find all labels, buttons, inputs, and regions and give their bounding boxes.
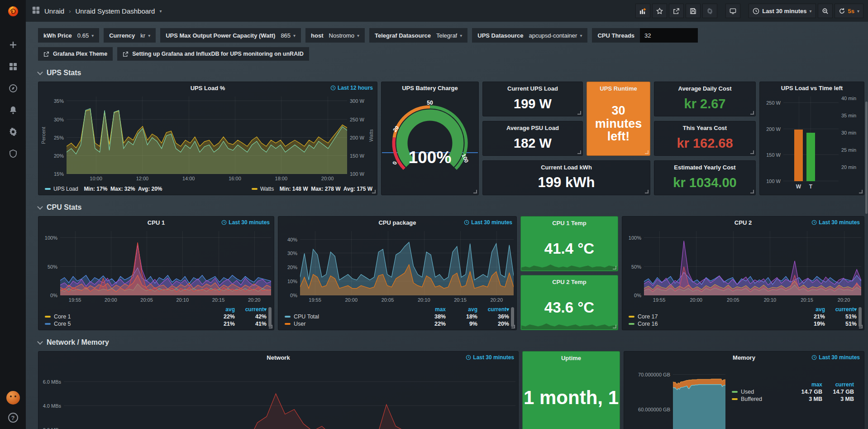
dashboard-link[interactable]: Setting up Grafana and InfluxDB for UPS … [117,47,309,61]
legend-column-header[interactable]: max [791,381,822,388]
share-button[interactable] [669,4,684,18]
section-network-memory[interactable]: Network / Memory [38,338,864,347]
legend-color-marker [45,188,51,190]
panel-cpu1-temp[interactable]: CPU 1 Temp41.4 °C [520,216,618,271]
variable-input[interactable]: 32 [640,28,698,43]
zoom-out-button[interactable] [818,4,833,18]
legend-column-header[interactable]: current [822,381,854,388]
panel-uptime[interactable]: Uptime1 month, 1 [522,351,620,429]
variable-value[interactable]: Nostromo▾ [329,32,359,39]
x-axis-tick-label: 20:20 [490,297,503,303]
legend-column-header[interactable]: avg [793,306,825,313]
panel-title[interactable]: UPS Load % [191,85,225,92]
dashboards-icon[interactable] [8,62,18,72]
variable-ups-max-output-power-capacity-watt-[interactable]: UPS Max Output Power Capacity (Watt)865▾ [160,28,301,43]
panel-ups-battery-gauge[interactable]: UPS Battery Charge 02050100 100% [381,82,479,195]
legend-column-header[interactable]: current▾ [825,306,857,313]
stat-panel-average-daily-cost[interactable]: Average Daily Costkr 2.67 [654,82,756,116]
panel-network[interactable]: NetworkLast 30 minutes6.0 MBs4.0 MBs2.0 … [38,351,519,429]
user-avatar[interactable] [6,391,20,405]
page-title[interactable]: Unraid System Dashboard [76,7,155,15]
panel-title[interactable]: Memory [733,354,755,361]
dashboard-link[interactable]: Grafana Plex Theme [38,47,113,61]
legend-series-name[interactable]: Core 5 [45,321,203,327]
breadcrumb-folder[interactable]: Unraid [44,7,64,15]
legend-column-header[interactable]: current▾ [477,306,509,313]
x-axis-tick-label: 20:00 [105,297,117,303]
panel-ups-load[interactable]: UPS Load %Last 12 hoursPercent35%30%25%2… [38,82,377,195]
panel-title[interactable]: Network [267,354,290,361]
legend-series-name[interactable]: Core 16 [629,321,793,327]
legend-item[interactable]: Watts Min: 148 W Max: 278 W Avg: 175 W [252,186,372,192]
variable-host[interactable]: hostNostromo▾ [305,28,365,43]
configuration-gear-icon[interactable] [8,127,18,137]
variable-value[interactable]: kr▾ [140,32,150,39]
section-cpu-stats[interactable]: CPU Stats [38,203,864,212]
legend-series-name[interactable]: Core 17 [629,313,793,320]
save-button[interactable] [686,4,701,18]
panel-title[interactable]: CPU 2 [734,219,752,226]
title-caret-icon[interactable]: ▾ [159,9,162,14]
variable-value[interactable]: 865▾ [281,32,296,39]
variable-telegraf-datasource[interactable]: Telegraf DatasourceTelegraf▾ [369,28,467,43]
legend-series-name[interactable]: Core 1 [45,313,203,320]
panel-time-range-link[interactable]: Last 12 hours [330,85,373,91]
cycle-view-tv-button[interactable] [725,4,740,18]
variable-value[interactable]: Telegraf▾ [436,32,462,39]
legend-series-name[interactable]: CPU Total [285,313,414,320]
panel-cpu2-temp[interactable]: CPU 2 Temp43.6 °C [520,275,618,330]
legend-item[interactable]: UPS Load Min: 17% Max: 32% Avg: 20% [45,186,162,192]
legend-scrollbar[interactable] [858,307,862,327]
admin-shield-icon[interactable] [8,149,18,159]
section-ups-stats[interactable]: UPS Stats [38,69,864,77]
explore-compass-icon[interactable] [8,83,18,93]
stat-panel-current-ups-load[interactable]: Current UPS Load199 W [482,82,583,116]
panel-cpu1[interactable]: CPU 1Last 30 minutes100%50%0%19:5520:002… [38,216,274,330]
legend-scrollbar[interactable] [511,307,514,327]
legend-column-header[interactable]: avg [203,306,235,313]
legend-series-name[interactable]: Buffered [732,396,791,402]
panel-time-range-link[interactable]: Last 30 minutes [221,219,270,226]
panel-cpu-package[interactable]: CPU packageLast 30 minutes40%30%20%10%0%… [278,216,517,330]
panel-title[interactable]: CPU package [378,219,416,226]
legend-series-name[interactable]: User [285,321,414,327]
variable-ups-datasource[interactable]: UPS Datasourceapcupsd-container▾ [472,28,587,43]
grafana-logo[interactable] [0,0,26,22]
panel-title[interactable]: UPS Battery Charge [402,85,458,92]
panel-title[interactable]: UPS Load vs Time left [781,85,843,92]
panel-time-range-link[interactable]: Last 30 minutes [464,219,512,226]
variable-currency[interactable]: Currencykr▾ [104,28,156,43]
legend-column-header[interactable]: avg [446,306,477,313]
legend-column-header[interactable]: max [414,306,446,313]
alerting-bell-icon[interactable] [8,105,18,115]
dashboard-grid-icon[interactable] [32,6,40,16]
panel-title[interactable]: CPU 1 [148,219,165,226]
panel-time-range-link[interactable]: Last 30 minutes [466,354,514,361]
legend-series-name[interactable]: Used [732,389,791,395]
stat-panel-estimated-yearly-cost[interactable]: Estimated Yearly Costkr 1034.00 [654,160,756,195]
page-scrollbar[interactable] [865,101,868,214]
stat-panel-this-years-cost[interactable]: This Years Costkr 162.68 [654,121,756,156]
add-panel-button[interactable] [635,4,650,18]
stat-panel-ups-runtime[interactable]: UPS Runtime30 minutes left! [587,82,650,156]
create-plus-icon[interactable] [8,40,18,50]
variable-value[interactable]: 0.65▾ [77,32,94,39]
variable-value[interactable]: apcupsd-container▾ [529,32,582,39]
panel-time-range-link[interactable]: Last 30 minutes [811,354,860,361]
panel-ups-load-vs-time[interactable]: UPS Load vs Time left250 W200 W150 W100 … [759,82,864,195]
legend-scrollbar[interactable] [268,307,272,327]
variable-kwh-price[interactable]: kWh Price0.65▾ [38,28,99,43]
variable-cpu-threads[interactable]: CPU Threads32 [592,28,698,43]
settings-gear-button[interactable] [702,4,717,18]
legend-column-header[interactable]: current▾ [235,306,267,313]
time-range-picker[interactable]: Last 30 minutes ▾ [749,4,816,18]
refresh-button[interactable]: 5s ▾ [835,4,864,18]
stat-title: UPS Runtime [587,85,650,92]
stat-panel-current-load-kwh[interactable]: Current Load kWh199 kWh [482,160,650,195]
panel-time-range-link[interactable]: Last 30 minutes [811,219,860,226]
panel-cpu2[interactable]: CPU 2Last 30 minutes100%50%0%19:5520:002… [622,216,864,330]
help-icon[interactable]: ? [8,413,18,423]
panel-memory[interactable]: MemoryLast 30 minutes70.000000 GB60.0000… [624,351,864,429]
star-button[interactable] [652,4,667,18]
stat-panel-average-psu-load[interactable]: Average PSU Load182 W [482,121,583,156]
